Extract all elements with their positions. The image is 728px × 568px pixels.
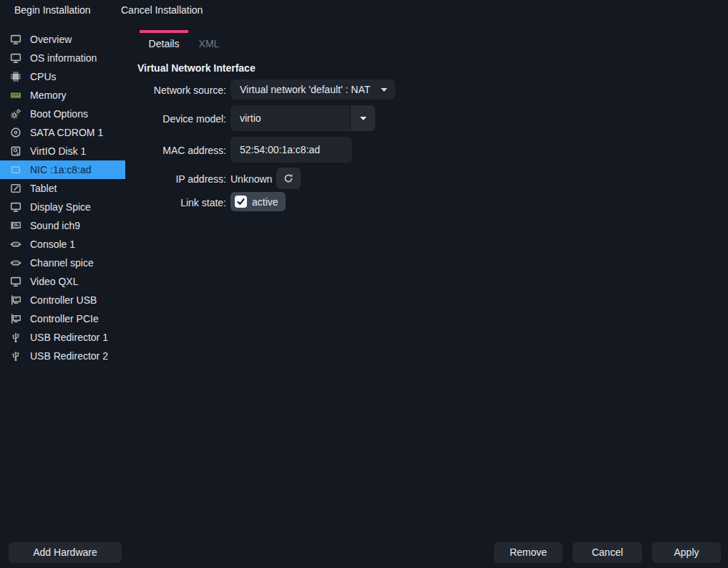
ip-address-label: IP address: — [107, 173, 226, 185]
mac-address-label: MAC address: — [107, 145, 226, 156]
monitor-icon — [9, 201, 22, 213]
begin-installation-button[interactable]: Begin Installation — [6, 1, 100, 19]
chevron-down-icon — [360, 117, 367, 120]
sidebar-item-label: Overview — [30, 34, 72, 45]
cdrom-icon — [9, 127, 22, 138]
nic-icon — [9, 164, 22, 175]
sidebar-item-label: Display Spice — [30, 201, 91, 213]
network-source-value: Virtual network 'default' : NAT — [240, 84, 375, 95]
sidebar-item-label: OS information — [30, 52, 97, 64]
device-model-input[interactable]: virtio — [230, 105, 350, 131]
sidebar-item-display-spice[interactable]: Display Spice — [0, 198, 125, 216]
network-source-dropdown[interactable]: Virtual network 'default' : NAT — [230, 80, 395, 100]
sidebar-item-console-1[interactable]: Console 1 — [0, 235, 125, 254]
sidebar-item-label: Tablet — [30, 183, 57, 194]
tablet-icon — [9, 183, 22, 194]
sidebar-item-label: NIC :1a:c8:ad — [30, 164, 92, 175]
usb-icon — [9, 350, 22, 362]
remove-button[interactable]: Remove — [494, 542, 563, 563]
tab-details[interactable]: Details — [140, 30, 188, 56]
link-state-label: Link state: — [107, 197, 226, 208]
sidebar-item-video-qxl[interactable]: Video QXL — [0, 272, 125, 291]
sidebar-item-label: Console 1 — [30, 239, 75, 250]
tab-xml-label: XML — [199, 38, 220, 49]
link-state-checkbox-group[interactable]: active — [230, 192, 286, 211]
sidebar-item-sata-cdrom-1[interactable]: SATA CDROM 1 — [0, 123, 125, 142]
chevron-down-icon — [381, 88, 387, 92]
sidebar-item-label: Sound ich9 — [30, 220, 80, 231]
device-model-label: Device model: — [107, 113, 226, 125]
monitor-icon — [9, 52, 22, 64]
sidebar-item-label: Memory — [30, 90, 67, 101]
sidebar-item-label: Controller PCIe — [30, 313, 99, 324]
sidebar-item-usb-redirector-2[interactable]: USB Redirector 2 — [0, 347, 125, 365]
disk-icon — [9, 145, 22, 157]
gears-icon — [9, 108, 22, 120]
serial-icon — [9, 239, 22, 250]
serial-icon — [9, 257, 22, 269]
sidebar-item-controller-usb[interactable]: Controller USB — [0, 291, 125, 309]
sidebar-item-sound-ich9[interactable]: Sound ich9 — [0, 216, 125, 235]
sidebar-item-label: Controller USB — [30, 294, 97, 306]
mac-address-input[interactable]: 52:54:00:1a:c8:ad — [230, 137, 352, 163]
usb-icon — [9, 332, 22, 343]
refresh-ip-button[interactable] — [276, 168, 301, 189]
sidebar-item-channel-spice[interactable]: Channel spice — [0, 254, 125, 272]
checkbox-checked-icon[interactable] — [235, 196, 247, 208]
sidebar-item-usb-redirector-1[interactable]: USB Redirector 1 — [0, 328, 125, 347]
sidebar-item-memory[interactable]: Memory — [0, 86, 125, 105]
panel-title: Virtual Network Interface — [137, 62, 256, 74]
hardware-list: OverviewOS informationCPUsMemoryBoot Opt… — [0, 30, 125, 365]
sidebar-item-os-information[interactable]: OS information — [0, 49, 125, 67]
check-icon — [236, 197, 246, 206]
device-model-dropdown-button[interactable] — [351, 105, 375, 131]
sidebar-item-cpus[interactable]: CPUs — [0, 67, 125, 86]
sidebar-item-nic-1a-c8-ad[interactable]: NIC :1a:c8:ad — [0, 160, 125, 179]
cpu-icon — [9, 71, 22, 82]
memory-icon — [9, 90, 22, 101]
controller-icon — [9, 313, 22, 324]
controller-icon — [9, 294, 22, 306]
sidebar-item-tablet[interactable]: Tablet — [0, 179, 125, 198]
sidebar-item-label: Boot Options — [30, 108, 88, 120]
sidebar-item-label: SATA CDROM 1 — [30, 127, 103, 138]
cancel-installation-button[interactable]: Cancel Installation — [112, 1, 211, 19]
sidebar-item-label: USB Redirector 1 — [30, 332, 108, 343]
monitor-icon — [9, 34, 22, 45]
sidebar-item-virtio-disk-1[interactable]: VirtIO Disk 1 — [0, 142, 125, 160]
sidebar-item-label: VirtIO Disk 1 — [30, 145, 86, 157]
refresh-icon — [283, 173, 294, 184]
sidebar-item-label: CPUs — [30, 71, 57, 82]
sidebar-item-label: Video QXL — [30, 276, 78, 287]
monitor-icon — [9, 276, 22, 287]
sidebar-item-controller-pcie[interactable]: Controller PCIe — [0, 309, 125, 328]
active-tab-indicator — [140, 30, 188, 33]
add-hardware-button[interactable]: Add Hardware — [9, 542, 122, 563]
cancel-button[interactable]: Cancel — [573, 542, 642, 563]
sidebar-item-boot-options[interactable]: Boot Options — [0, 105, 125, 123]
network-source-label: Network source: — [107, 85, 226, 96]
link-state-value: active — [252, 196, 278, 208]
tab-xml[interactable]: XML — [188, 30, 230, 56]
sidebar-item-overview[interactable]: Overview — [0, 30, 125, 49]
tab-details-label: Details — [149, 38, 180, 49]
apply-button[interactable]: Apply — [652, 542, 721, 563]
sidebar-item-label: USB Redirector 2 — [30, 350, 108, 362]
ip-address-value: Unknown — [230, 173, 272, 185]
sidebar-item-label: Channel spice — [30, 257, 94, 269]
soundcard-icon — [9, 220, 22, 231]
virt-manager-window: Begin Installation Cancel Installation O… — [0, 0, 728, 568]
